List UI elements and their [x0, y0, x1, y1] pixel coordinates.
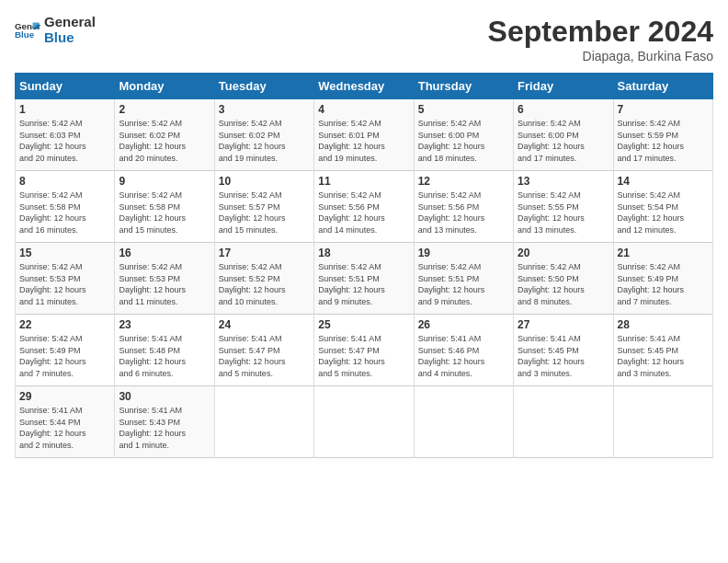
- cell-info: Sunrise: 5:41 AM Sunset: 5:47 PM Dayligh…: [318, 333, 409, 379]
- week-row-5: 29 Sunrise: 5:41 AM Sunset: 5:44 PM Dayl…: [16, 386, 713, 458]
- day-number: 8: [19, 175, 110, 188]
- cell-info: Sunrise: 5:42 AM Sunset: 5:50 PM Dayligh…: [518, 261, 609, 307]
- col-sunday: Sunday: [16, 74, 115, 99]
- col-wednesday: Wednesday: [314, 74, 414, 99]
- cell-info: Sunrise: 5:41 AM Sunset: 5:46 PM Dayligh…: [418, 333, 509, 379]
- cell-info: Sunrise: 5:42 AM Sunset: 5:56 PM Dayligh…: [418, 190, 509, 236]
- calendar-cell: [613, 386, 712, 458]
- calendar-cell: 19 Sunrise: 5:42 AM Sunset: 5:51 PM Dayl…: [414, 243, 513, 315]
- calendar-cell: 14 Sunrise: 5:42 AM Sunset: 5:54 PM Dayl…: [613, 171, 712, 243]
- day-number: 1: [19, 103, 110, 116]
- calendar-cell: 17 Sunrise: 5:42 AM Sunset: 5:52 PM Dayl…: [214, 243, 313, 315]
- cell-info: Sunrise: 5:42 AM Sunset: 5:49 PM Dayligh…: [19, 333, 110, 379]
- cell-info: Sunrise: 5:42 AM Sunset: 6:03 PM Dayligh…: [19, 118, 110, 164]
- calendar-cell: 3 Sunrise: 5:42 AM Sunset: 6:02 PM Dayli…: [214, 99, 313, 171]
- cell-info: Sunrise: 5:41 AM Sunset: 5:44 PM Dayligh…: [19, 405, 110, 451]
- calendar-cell: 22 Sunrise: 5:42 AM Sunset: 5:49 PM Dayl…: [16, 315, 115, 386]
- day-number: 17: [219, 247, 310, 259]
- cell-info: Sunrise: 5:42 AM Sunset: 5:53 PM Dayligh…: [19, 261, 110, 307]
- cell-info: Sunrise: 5:42 AM Sunset: 6:02 PM Dayligh…: [119, 118, 210, 164]
- calendar-cell: 28 Sunrise: 5:41 AM Sunset: 5:45 PM Dayl…: [613, 315, 712, 386]
- day-number: 10: [219, 175, 310, 188]
- calendar-cell: 27 Sunrise: 5:41 AM Sunset: 5:45 PM Dayl…: [514, 315, 613, 386]
- day-number: 11: [318, 175, 409, 188]
- col-saturday: Saturday: [613, 74, 712, 99]
- col-monday: Monday: [115, 74, 214, 99]
- calendar-cell: 12 Sunrise: 5:42 AM Sunset: 5:56 PM Dayl…: [414, 171, 513, 243]
- col-tuesday: Tuesday: [214, 74, 313, 99]
- cell-info: Sunrise: 5:42 AM Sunset: 5:49 PM Dayligh…: [618, 261, 709, 307]
- location: Diapaga, Burkina Faso: [488, 49, 713, 63]
- calendar-cell: 10 Sunrise: 5:42 AM Sunset: 5:57 PM Dayl…: [214, 171, 313, 243]
- calendar-cell: 13 Sunrise: 5:42 AM Sunset: 5:55 PM Dayl…: [514, 171, 613, 243]
- cell-info: Sunrise: 5:42 AM Sunset: 5:58 PM Dayligh…: [119, 190, 210, 236]
- week-row-1: 1 Sunrise: 5:42 AM Sunset: 6:03 PM Dayli…: [16, 99, 713, 171]
- header-row: Sunday Monday Tuesday Wednesday Thursday…: [16, 74, 713, 99]
- calendar-cell: [414, 386, 513, 458]
- day-number: 4: [318, 103, 409, 116]
- cell-info: Sunrise: 5:41 AM Sunset: 5:47 PM Dayligh…: [219, 333, 310, 379]
- calendar-cell: 18 Sunrise: 5:42 AM Sunset: 5:51 PM Dayl…: [314, 243, 414, 315]
- calendar-cell: 25 Sunrise: 5:41 AM Sunset: 5:47 PM Dayl…: [314, 315, 414, 386]
- day-number: 29: [19, 390, 110, 403]
- day-number: 15: [19, 247, 110, 259]
- calendar-cell: 30 Sunrise: 5:41 AM Sunset: 5:43 PM Dayl…: [115, 386, 214, 458]
- cell-info: Sunrise: 5:42 AM Sunset: 5:59 PM Dayligh…: [618, 118, 709, 164]
- calendar-cell: 4 Sunrise: 5:42 AM Sunset: 6:01 PM Dayli…: [314, 99, 414, 171]
- cell-info: Sunrise: 5:41 AM Sunset: 5:48 PM Dayligh…: [119, 333, 210, 379]
- cell-info: Sunrise: 5:42 AM Sunset: 6:02 PM Dayligh…: [219, 118, 310, 164]
- calendar-cell: 21 Sunrise: 5:42 AM Sunset: 5:49 PM Dayl…: [613, 243, 712, 315]
- cell-info: Sunrise: 5:42 AM Sunset: 5:52 PM Dayligh…: [219, 261, 310, 307]
- day-number: 13: [518, 175, 609, 188]
- cell-info: Sunrise: 5:42 AM Sunset: 5:54 PM Dayligh…: [618, 190, 709, 236]
- calendar-cell: 26 Sunrise: 5:41 AM Sunset: 5:46 PM Dayl…: [414, 315, 513, 386]
- calendar-cell: 2 Sunrise: 5:42 AM Sunset: 6:02 PM Dayli…: [115, 99, 214, 171]
- calendar-cell: 16 Sunrise: 5:42 AM Sunset: 5:53 PM Dayl…: [115, 243, 214, 315]
- col-friday: Friday: [514, 74, 613, 99]
- day-number: 27: [518, 318, 609, 331]
- cell-info: Sunrise: 5:41 AM Sunset: 5:45 PM Dayligh…: [618, 333, 709, 379]
- day-number: 26: [418, 318, 509, 331]
- day-number: 28: [618, 318, 709, 331]
- calendar-cell: 1 Sunrise: 5:42 AM Sunset: 6:03 PM Dayli…: [16, 99, 115, 171]
- calendar-cell: 29 Sunrise: 5:41 AM Sunset: 5:44 PM Dayl…: [16, 386, 115, 458]
- day-number: 22: [19, 318, 110, 331]
- cell-info: Sunrise: 5:42 AM Sunset: 6:01 PM Dayligh…: [318, 118, 409, 164]
- calendar-cell: 5 Sunrise: 5:42 AM Sunset: 6:00 PM Dayli…: [414, 99, 513, 171]
- logo: General Blue General Blue: [15, 15, 96, 45]
- day-number: 12: [418, 175, 509, 188]
- calendar-cell: 11 Sunrise: 5:42 AM Sunset: 5:56 PM Dayl…: [314, 171, 414, 243]
- calendar-cell: 20 Sunrise: 5:42 AM Sunset: 5:50 PM Dayl…: [514, 243, 613, 315]
- cell-info: Sunrise: 5:41 AM Sunset: 5:45 PM Dayligh…: [518, 333, 609, 379]
- day-number: 14: [618, 175, 709, 188]
- calendar-cell: 23 Sunrise: 5:41 AM Sunset: 5:48 PM Dayl…: [115, 315, 214, 386]
- cell-info: Sunrise: 5:41 AM Sunset: 5:43 PM Dayligh…: [119, 405, 210, 451]
- calendar-cell: [514, 386, 613, 458]
- cell-info: Sunrise: 5:42 AM Sunset: 6:00 PM Dayligh…: [518, 118, 609, 164]
- cell-info: Sunrise: 5:42 AM Sunset: 5:55 PM Dayligh…: [518, 190, 609, 236]
- calendar-cell: 24 Sunrise: 5:41 AM Sunset: 5:47 PM Dayl…: [214, 315, 313, 386]
- day-number: 6: [518, 103, 609, 116]
- week-row-4: 22 Sunrise: 5:42 AM Sunset: 5:49 PM Dayl…: [16, 315, 713, 386]
- logo-wordmark: General Blue: [44, 15, 96, 45]
- calendar-cell: 9 Sunrise: 5:42 AM Sunset: 5:58 PM Dayli…: [115, 171, 214, 243]
- day-number: 23: [119, 318, 210, 331]
- day-number: 20: [518, 247, 609, 259]
- week-row-2: 8 Sunrise: 5:42 AM Sunset: 5:58 PM Dayli…: [16, 171, 713, 243]
- day-number: 7: [618, 103, 709, 116]
- header: General Blue General Blue September 2024…: [15, 15, 713, 63]
- day-number: 24: [219, 318, 310, 331]
- day-number: 3: [219, 103, 310, 116]
- cell-info: Sunrise: 5:42 AM Sunset: 5:51 PM Dayligh…: [418, 261, 509, 307]
- calendar-cell: 6 Sunrise: 5:42 AM Sunset: 6:00 PM Dayli…: [514, 99, 613, 171]
- logo-icon: General Blue: [15, 17, 40, 43]
- calendar-cell: [214, 386, 313, 458]
- calendar-cell: 15 Sunrise: 5:42 AM Sunset: 5:53 PM Dayl…: [16, 243, 115, 315]
- day-number: 18: [318, 247, 409, 259]
- month-title: September 2024: [488, 15, 713, 49]
- day-number: 21: [618, 247, 709, 259]
- cell-info: Sunrise: 5:42 AM Sunset: 5:56 PM Dayligh…: [318, 190, 409, 236]
- cell-info: Sunrise: 5:42 AM Sunset: 5:53 PM Dayligh…: [119, 261, 210, 307]
- title-block: September 2024 Diapaga, Burkina Faso: [488, 15, 713, 63]
- week-row-3: 15 Sunrise: 5:42 AM Sunset: 5:53 PM Dayl…: [16, 243, 713, 315]
